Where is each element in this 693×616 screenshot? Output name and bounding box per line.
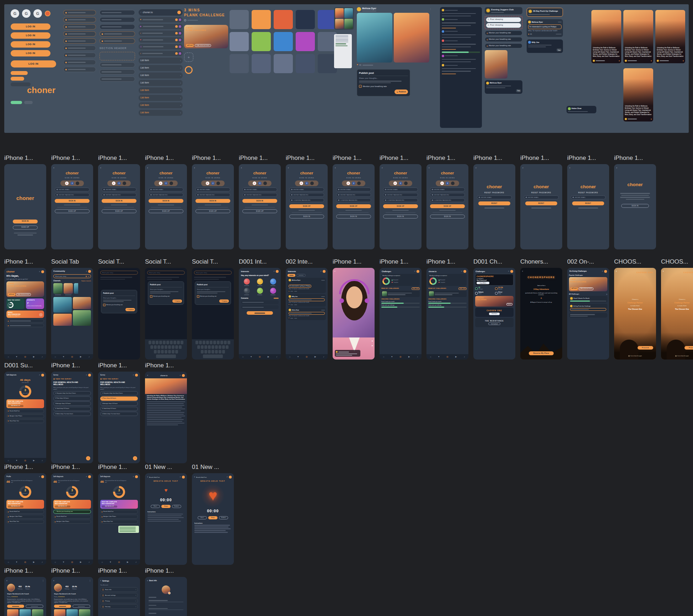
avatar[interactable] [463, 270, 466, 273]
secondary-button[interactable]: SIGN IN [430, 215, 465, 218]
settings-item[interactable]: Basic Info› [100, 587, 138, 592]
primary-button[interactable]: SIGN IN [13, 220, 38, 223]
input-field[interactable]: CONFIRM PASSWORD [383, 198, 418, 202]
survey-option[interactable]: 1. Very poor sleep: less than 4 hours [100, 391, 138, 395]
checkbox[interactable]: ✓ [103, 304, 106, 306]
key[interactable] [224, 341, 227, 344]
avatar[interactable] [182, 374, 185, 377]
search-icon[interactable]: ⌕ [180, 374, 181, 377]
back-icon[interactable]: ‹ [241, 166, 242, 170]
phone-screen[interactable]: ‹⋮453Following20.4kFollowersGayan Sandam… [4, 577, 46, 616]
challenge-row[interactable] [381, 291, 420, 297]
comment-note[interactable] [118, 526, 139, 533]
frame-label[interactable]: 01 New ... [192, 463, 234, 471]
explore-link[interactable]: Explore channels [81, 280, 91, 282]
feed-photo[interactable] [53, 314, 72, 326]
heart-icon[interactable]: ♥ [289, 291, 289, 292]
input-field[interactable]: ENTER EMAIL [289, 188, 324, 191]
secondary-button[interactable]: SIGN UP [242, 209, 277, 213]
secondary-button[interactable]: Start [198, 516, 207, 519]
social-icon[interactable] [263, 182, 267, 185]
form-field[interactable] [149, 613, 183, 616]
publish-post-modal[interactable]: Publish postShare your thoughts...✓Menti… [148, 281, 184, 305]
test-item[interactable]: ▶Analyze Color Plates [53, 520, 91, 524]
back-icon[interactable]: ‹ [100, 166, 101, 170]
phone-screen[interactable]: ‹Basic Info [145, 577, 187, 616]
space-key[interactable] [156, 355, 176, 358]
key[interactable] [208, 345, 211, 349]
interest-avatar[interactable] [270, 279, 276, 286]
social-icon[interactable]: f [117, 182, 121, 185]
frame-label[interactable]: 01 New ... [145, 463, 187, 471]
home-nav-icon[interactable]: ⌂ [242, 356, 244, 358]
phone-screen[interactable]: Share your story...Publish postShare you… [192, 268, 234, 360]
avatar[interactable] [41, 270, 44, 273]
profile-avatar[interactable] [7, 584, 15, 591]
search-icon[interactable]: ⌕ [86, 270, 87, 273]
play-nav-icon[interactable]: ▶ [455, 356, 457, 358]
frame-label[interactable]: iPhone 1... [145, 362, 187, 369]
back-icon[interactable]: ‹ [288, 166, 289, 170]
heart-nav-icon[interactable]: ♥ [251, 356, 252, 358]
social-icon[interactable]: f [258, 182, 262, 185]
target-nav-icon[interactable]: ◎ [446, 356, 448, 358]
social-icon[interactable] [310, 182, 314, 185]
test-item[interactable]: ▶Analyze Color Plates [6, 515, 44, 519]
frame-label[interactable]: 002 Inte... [286, 258, 328, 266]
secondary-button[interactable]: SIGN IN [621, 204, 649, 208]
social-icon[interactable]: G [112, 182, 116, 185]
key[interactable] [154, 350, 157, 353]
frame-label[interactable]: 002 On-... [567, 258, 609, 266]
resistance-card[interactable]: THE RESISTANCEGet Involved [475, 318, 514, 327]
search-icon[interactable]: ⌕ [180, 476, 181, 479]
input-field[interactable]: ENTER EMAIL [383, 188, 418, 191]
phone-screen[interactable]: ‹chonerSIGN IN [614, 164, 656, 249]
primary-button[interactable]: Proceed [638, 346, 653, 350]
publish-button[interactable]: ➤Publish [125, 308, 135, 311]
self-diagnosis-card[interactable]: RUN ASELF-DIAGNOSIS46 days since diagnos… [6, 310, 44, 318]
play-nav-icon[interactable]: ▶ [80, 356, 82, 358]
primary-button[interactable]: RESET [572, 201, 604, 205]
key[interactable] [163, 341, 166, 344]
challenge-row[interactable] [428, 291, 467, 297]
explore-button[interactable]: Explore [506, 303, 512, 306]
feed-photo[interactable] [73, 310, 91, 326]
radio[interactable] [628, 355, 630, 357]
heart-nav-icon[interactable]: ♥ [391, 356, 393, 358]
home-nav-icon[interactable]: ⌂ [383, 356, 385, 358]
secondary-button[interactable]: SIGN IN [383, 215, 418, 218]
phone-screen[interactable]: chonerSIGN INSIGN UP [4, 164, 46, 249]
key[interactable] [161, 350, 164, 353]
social-icon[interactable] [451, 182, 455, 185]
frame-label[interactable]: Social T... [98, 258, 140, 266]
interest-avatar[interactable] [244, 288, 250, 295]
key[interactable] [175, 350, 178, 353]
plank-challenge-card[interactable]: 3 MINSPLANK CHALLENGELET'S GOCHALLENGE A… [6, 281, 44, 297]
publish-post-modal[interactable]: Publish postShare your thoughts...✓Menti… [195, 281, 231, 305]
input-field[interactable]: ENTER EMAIL [571, 195, 606, 199]
survey-card[interactable]: TAKE THE SURVEY60% [6, 298, 25, 309]
primary-button[interactable]: RESET [525, 201, 557, 205]
key[interactable] [219, 345, 221, 349]
phone-screen[interactable]: ‹chonerSIGN IN USINGGfENTER EMAILENTER P… [333, 164, 375, 249]
frame-label[interactable]: iPhone 1... [98, 154, 140, 162]
phone-screen[interactable]: ‹CHOSEN ONEChoose aChallenge Partnerto m… [661, 268, 693, 360]
phone-screen[interactable]: ‹⋮453Following20.4kFollowersGayan Sandam… [51, 577, 93, 616]
back-icon[interactable]: ‹ [147, 579, 148, 583]
feed-photo[interactable] [53, 297, 72, 313]
primary-button[interactable]: SIGN IN [102, 199, 136, 203]
target-nav-icon[interactable]: ◎ [24, 459, 26, 462]
target-nav-icon[interactable]: ◎ [118, 561, 120, 564]
frame-label[interactable]: iPhone 1... [614, 154, 656, 162]
target-nav-icon[interactable]: ◎ [259, 356, 260, 358]
phone-screen[interactable]: Interests⌕Melissa DyerI'm interested in … [286, 268, 328, 360]
social-icon[interactable]: G [65, 182, 69, 185]
primary-button[interactable]: SIGN IN [149, 199, 183, 203]
message-button[interactable] [72, 605, 90, 608]
frame-label[interactable]: iPhone 1... [520, 154, 562, 162]
secondary-button[interactable]: SIGN UP [13, 226, 38, 229]
frame-label[interactable]: iPhone 1... [4, 258, 46, 266]
key[interactable] [166, 341, 169, 344]
back-icon[interactable]: ‹ [429, 166, 430, 170]
run-kit-button[interactable]: RUN THE FULL KIT [8, 506, 23, 508]
